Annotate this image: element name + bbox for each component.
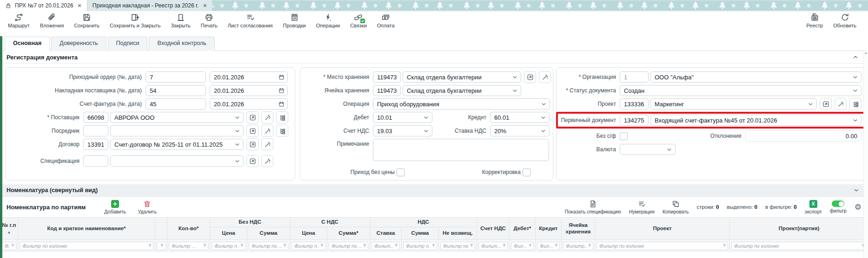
- gear-icon[interactable]: ⚙: [855, 203, 861, 211]
- storage-cell-code-input[interactable]: [373, 85, 401, 96]
- copy-button[interactable]: Копировать: [663, 200, 689, 214]
- primary-document-select[interactable]: Входящий счет-фактура №45 от 20.01.2026: [650, 115, 861, 126]
- receipt-order-number-input[interactable]: [146, 71, 206, 83]
- invoice-facture-number-input[interactable]: [146, 98, 206, 110]
- column-filter-input[interactable]: [563, 242, 593, 250]
- project-autofill-button[interactable]: [835, 98, 847, 110]
- show-specification-button[interactable]: Показать спецификацию: [565, 200, 621, 214]
- column-header[interactable]: Сумма: [402, 227, 439, 240]
- column-filter-input[interactable]: [596, 242, 728, 250]
- close-button[interactable]: Закрыть: [166, 13, 195, 30]
- invoice-facture-date-input[interactable]: 20.01.2026: [210, 98, 288, 110]
- calendar-icon[interactable]: [278, 74, 285, 80]
- correction-checkbox[interactable]: [523, 168, 530, 176]
- expand-section-icon[interactable]: [853, 187, 860, 194]
- tab-доверенность[interactable]: Доверенность: [51, 37, 106, 51]
- vat-account-select[interactable]: 19.03: [373, 125, 432, 136]
- calendar-icon[interactable]: [278, 101, 285, 107]
- calendar-icon[interactable]: [278, 88, 285, 94]
- tab-подписи[interactable]: Подписи: [108, 37, 148, 51]
- column-filter-input[interactable]: [440, 242, 475, 250]
- credit-select[interactable]: 60.01: [490, 112, 550, 123]
- column-filter-input[interactable]: [20, 242, 153, 250]
- collapse-section-icon[interactable]: [852, 54, 859, 60]
- storage-place-code-input[interactable]: [373, 71, 401, 83]
- column-filter-input[interactable]: [511, 242, 534, 250]
- contract-select[interactable]: Счет-договор № 2025-11 от 01.11.2025: [110, 139, 244, 150]
- column-filter-input[interactable]: [157, 242, 166, 250]
- project-open-button[interactable]: [820, 98, 832, 110]
- column-header[interactable]: Дебет*: [510, 218, 536, 240]
- intermediary-hierarchy-button[interactable]: [276, 125, 288, 137]
- column-header[interactable]: Код и краткое наименование*: [18, 218, 155, 240]
- column-header[interactable]: Счет НДС: [477, 218, 510, 240]
- column-filter-input[interactable]: [292, 242, 325, 250]
- column-header[interactable]: Кредит: [536, 218, 562, 240]
- filter-toggle-button[interactable]: фильтр: [830, 200, 847, 213]
- column-filter-input[interactable]: [537, 242, 560, 250]
- tab-входной-контроль[interactable]: Входной контроль: [149, 37, 214, 51]
- column-filter-input[interactable]: [212, 242, 245, 250]
- storage-cell-select[interactable]: Склад отдела бухгалтерии: [403, 85, 521, 96]
- contract-code-input[interactable]: [83, 139, 108, 150]
- close-icon[interactable]: ✕: [203, 3, 207, 9]
- no-price-checkbox[interactable]: [397, 168, 404, 176]
- column-filter-input[interactable]: [478, 242, 508, 250]
- column-filter-input[interactable]: [731, 242, 867, 250]
- numbering-button[interactable]: Нумерация: [629, 200, 655, 214]
- column-header[interactable]: Проект: [595, 218, 730, 240]
- save-close-button[interactable]: Сохранить и Закрыть: [105, 13, 166, 30]
- specification-select[interactable]: [110, 155, 244, 167]
- delete-row-button[interactable]: Удалить: [138, 200, 157, 214]
- save-button[interactable]: Сохранить: [69, 13, 105, 30]
- column-filter-input[interactable]: [403, 242, 437, 250]
- tab-основная[interactable]: Основная: [5, 37, 50, 51]
- toggle-on-icon[interactable]: [832, 200, 844, 207]
- window-tab-1[interactable]: ПРХ №7 от 20.01.2026✕: [0, 0, 87, 11]
- print-button[interactable]: Печать: [196, 13, 223, 30]
- intermediary-autofill-button[interactable]: [261, 125, 273, 137]
- column-header[interactable]: Кол-во*: [167, 218, 210, 240]
- column-header[interactable]: № г.п ▲: [0, 218, 18, 240]
- approval-sheet-button[interactable]: Лист согласования: [223, 13, 278, 30]
- note-textarea[interactable]: [373, 139, 549, 161]
- route-button[interactable]: Маршрут: [3, 13, 35, 30]
- column-header[interactable]: Сумма*: [327, 227, 370, 240]
- specification-code-input[interactable]: [83, 155, 108, 167]
- supplier-invoice-number-input[interactable]: [146, 85, 206, 96]
- debit-select[interactable]: 10.01: [373, 112, 432, 123]
- intermediary-open-button[interactable]: [246, 125, 258, 137]
- column-header[interactable]: Цена: [210, 227, 247, 240]
- close-icon[interactable]: ✕: [78, 3, 82, 9]
- column-header[interactable]: Проект(партия): [730, 218, 868, 240]
- specification-open-button[interactable]: [246, 155, 258, 167]
- column-filter-input[interactable]: [249, 242, 288, 250]
- status-select[interactable]: Создан: [620, 85, 861, 96]
- no-invoice-checkbox[interactable]: [620, 132, 628, 140]
- intermediary-code-input[interactable]: [83, 125, 108, 136]
- links-button[interactable]: Связки: [345, 13, 372, 30]
- primary-document-code-input[interactable]: [620, 115, 649, 126]
- column-filter-input[interactable]: [2, 242, 16, 250]
- column-header[interactable]: Сумма: [247, 227, 290, 240]
- storage-place-open-button[interactable]: [524, 71, 536, 83]
- storage-place-autofill-button[interactable]: [539, 71, 551, 83]
- currency-select[interactable]: [620, 144, 676, 155]
- column-header[interactable]: Ставка: [370, 227, 402, 240]
- project-hierarchy-button[interactable]: [849, 98, 861, 110]
- storage-place-select[interactable]: Склад отдела бухгалтерии: [403, 71, 521, 83]
- column-header[interactable]: Не возмещ.: [439, 227, 477, 240]
- payment-button[interactable]: Оплата: [372, 13, 400, 30]
- specification-autofill-button[interactable]: [261, 155, 273, 167]
- column-filter-input[interactable]: [169, 242, 208, 250]
- supplier-open-button[interactable]: [246, 111, 258, 123]
- project-select[interactable]: Маркетинг: [650, 98, 817, 110]
- supplier-code-input[interactable]: [83, 112, 108, 123]
- column-filter-input[interactable]: [371, 242, 400, 250]
- export-excel-button[interactable]: Xэкспорт: [805, 200, 822, 214]
- column-filter-input[interactable]: [329, 242, 368, 250]
- contract-open-button[interactable]: [246, 138, 258, 150]
- organization-select[interactable]: ООО "Альфа": [650, 71, 861, 83]
- organization-code-input[interactable]: [620, 71, 649, 83]
- scroll-up-arrow-icon[interactable]: ▲: [864, 51, 868, 54]
